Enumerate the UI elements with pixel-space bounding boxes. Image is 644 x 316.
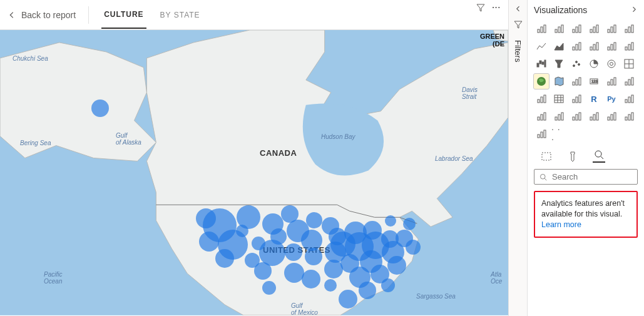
tab-culture[interactable]: CULTURE <box>101 1 146 29</box>
separator <box>88 6 89 24</box>
tab-by-state[interactable]: BY STATE <box>158 2 203 28</box>
viz-tile-line-stacked[interactable] <box>604 39 619 54</box>
svg-rect-78 <box>558 115 560 120</box>
map-bubble[interactable] <box>359 282 376 299</box>
map-bubble[interactable] <box>285 243 302 261</box>
viz-tile-scatter[interactable] <box>569 56 584 71</box>
viz-tile-qa[interactable] <box>551 109 566 124</box>
sea-label: Hudson Bay <box>321 133 355 140</box>
viz-tile-table[interactable] <box>551 91 566 106</box>
back-to-report-button[interactable]: Back to report <box>8 10 76 20</box>
viz-tile-stacked-bar[interactable] <box>534 21 549 36</box>
search-input[interactable] <box>552 172 632 181</box>
viz-tile-map[interactable] <box>534 74 549 89</box>
map-bubble[interactable] <box>406 240 421 255</box>
viz-tile-get-more[interactable]: · · · <box>551 126 566 141</box>
expand-filters-button[interactable] <box>514 5 522 14</box>
svg-rect-3 <box>538 29 539 33</box>
sea-label: Sargasso Sea <box>416 293 456 300</box>
sea-label: Gulfof Mexico <box>291 302 318 316</box>
map-bubble[interactable] <box>339 290 357 308</box>
map-bubble[interactable] <box>403 218 416 230</box>
map-bubble[interactable] <box>306 212 322 228</box>
viz-tile-pie[interactable] <box>586 56 601 71</box>
sea-label: Chukchi Sea <box>13 55 48 62</box>
svg-rect-35 <box>539 61 541 64</box>
svg-rect-91 <box>631 113 633 120</box>
viz-tile-key-infl[interactable] <box>621 91 636 106</box>
viz-tile-py-visual[interactable]: Py <box>604 91 619 106</box>
map-bubble[interactable] <box>91 99 109 117</box>
map-bubble[interactable] <box>387 256 406 275</box>
svg-rect-50 <box>576 79 578 85</box>
svg-rect-74 <box>538 117 539 120</box>
fields-tab[interactable] <box>540 150 553 163</box>
map-bubble[interactable] <box>215 249 234 268</box>
sea-label: Labrador Sea <box>435 155 473 162</box>
map-bubble[interactable] <box>385 215 396 227</box>
svg-rect-15 <box>608 29 610 33</box>
svg-rect-51 <box>579 78 581 85</box>
viz-pane-title: Visualizations <box>534 5 587 15</box>
viz-tile-stacked-column-100[interactable] <box>621 21 636 36</box>
map-bubble[interactable] <box>381 278 395 292</box>
map-bubble[interactable] <box>324 279 337 292</box>
viz-tile-waterfall[interactable] <box>534 56 549 71</box>
map-visual[interactable]: GREEN(DE Chukchi SeaBering SeaGulfof Ala… <box>0 30 508 316</box>
viz-tile-clustered-bar[interactable] <box>569 21 584 36</box>
sea-label: PacificOcean <box>44 271 62 285</box>
viz-tile-funnel[interactable] <box>551 56 566 71</box>
filter-icon[interactable] <box>513 19 523 31</box>
viz-tile-arcgis[interactable] <box>569 74 584 89</box>
svg-rect-86 <box>608 117 610 120</box>
viz-tile-ribbon[interactable] <box>621 39 636 54</box>
country-label: CANADA <box>260 148 297 158</box>
viz-tile-decomp[interactable] <box>534 109 549 124</box>
svg-point-40 <box>576 61 578 63</box>
search-field[interactable] <box>534 169 638 185</box>
viz-tile-treemap[interactable] <box>621 56 636 71</box>
viz-tile-clustered-column[interactable] <box>586 21 601 36</box>
viz-tile-slicer[interactable] <box>534 91 549 106</box>
viz-tile-stacked-area[interactable] <box>569 39 584 54</box>
svg-rect-17 <box>614 25 616 33</box>
viz-tile-card[interactable]: 123 <box>586 74 601 89</box>
viz-tile-kpi[interactable] <box>621 74 636 89</box>
svg-rect-73 <box>631 95 633 103</box>
viz-tile-r-visual[interactable]: R <box>586 91 601 106</box>
collapse-viz-button[interactable] <box>630 6 638 15</box>
viz-tile-line-cluster[interactable] <box>586 39 601 54</box>
map-bubble[interactable] <box>236 225 248 237</box>
map-bubble[interactable] <box>305 248 322 265</box>
svg-rect-72 <box>628 97 630 103</box>
more-options-icon[interactable]: ··· <box>492 3 501 14</box>
filter-icon[interactable] <box>476 3 486 14</box>
chevron-left-icon <box>8 11 16 19</box>
svg-rect-63 <box>555 95 563 103</box>
learn-more-link[interactable]: Learn more <box>541 220 581 229</box>
viz-tile-donut[interactable] <box>604 56 619 71</box>
viz-tile-matrix[interactable] <box>569 91 584 106</box>
svg-point-39 <box>573 65 575 67</box>
format-tab[interactable] <box>566 150 579 163</box>
map-bubble[interactable] <box>262 281 276 295</box>
viz-tile-multi-card[interactable] <box>604 74 619 89</box>
map-bubble[interactable] <box>302 270 320 288</box>
svg-point-43 <box>608 60 615 68</box>
map-bubble[interactable] <box>254 262 272 280</box>
viz-sub-tabs <box>534 148 638 169</box>
viz-tile-line[interactable] <box>534 39 549 54</box>
analytics-tab[interactable] <box>593 150 605 163</box>
viz-tile-more1[interactable] <box>534 126 549 141</box>
viz-tile-filled-map[interactable] <box>551 74 566 89</box>
viz-tile-power-automate[interactable] <box>621 109 636 124</box>
svg-rect-79 <box>561 113 563 120</box>
viz-tile-stacked-column[interactable] <box>551 21 566 36</box>
map-bubble[interactable] <box>199 232 219 252</box>
viz-tile-stacked-bar-100[interactable] <box>604 21 619 36</box>
viz-tile-narrative[interactable] <box>569 109 584 124</box>
svg-rect-28 <box>608 47 610 50</box>
viz-tile-paginated[interactable] <box>586 109 601 124</box>
viz-tile-area[interactable] <box>551 39 566 54</box>
viz-tile-power-apps[interactable] <box>604 109 619 124</box>
